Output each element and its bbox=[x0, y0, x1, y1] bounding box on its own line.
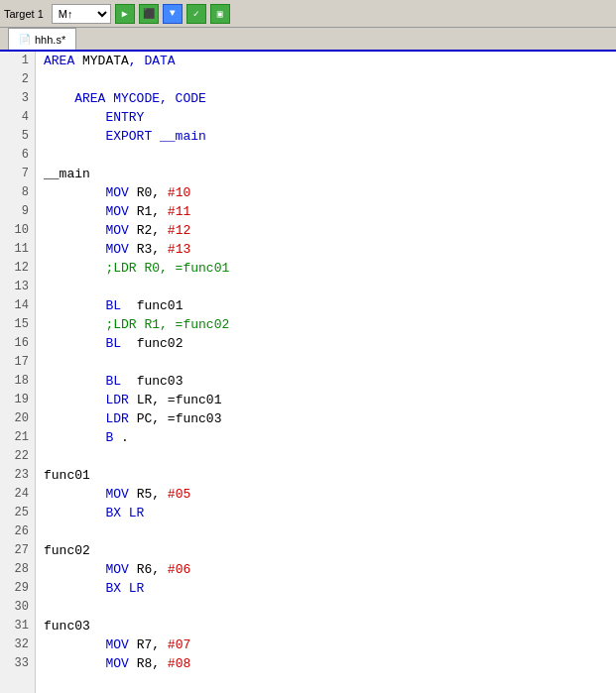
line-number: 6 bbox=[6, 146, 29, 165]
code-line: func03 bbox=[44, 617, 608, 635]
code-line: MOV R5, #05 bbox=[44, 485, 608, 504]
code-line: func02 bbox=[44, 541, 608, 560]
line-number: 2 bbox=[6, 70, 29, 89]
line-number: 10 bbox=[6, 221, 29, 240]
line-number: 33 bbox=[6, 654, 29, 673]
tab-bar: 📄 hhh.s* bbox=[0, 28, 616, 52]
line-number: 27 bbox=[6, 541, 29, 560]
file-tab-icon: 📄 bbox=[19, 34, 31, 45]
code-line: AREA MYDATA, DATA bbox=[44, 52, 608, 70]
line-number: 32 bbox=[6, 635, 29, 654]
line-number: 3 bbox=[6, 89, 29, 108]
line-number: 1 bbox=[6, 52, 29, 70]
code-line: MOV R7, #07 bbox=[44, 635, 608, 654]
code-line: ENTRY bbox=[44, 108, 608, 127]
file-tab[interactable]: 📄 hhh.s* bbox=[8, 28, 76, 50]
line-number: 18 bbox=[6, 372, 29, 391]
line-number: 16 bbox=[6, 334, 29, 353]
code-line: MOV R0, #10 bbox=[44, 183, 608, 202]
line-number: 31 bbox=[6, 617, 29, 635]
code-line: BL func03 bbox=[44, 372, 608, 391]
line-number: 14 bbox=[6, 296, 29, 315]
code-line bbox=[44, 146, 608, 165]
code-line: MOV R1, #11 bbox=[44, 202, 608, 221]
code-line bbox=[44, 447, 608, 466]
line-number: 21 bbox=[6, 428, 29, 447]
toolbar: Target 1 M↑ ▶ ⬛ ▼ ✓ ▣ bbox=[0, 0, 616, 28]
target-label: Target 1 bbox=[4, 8, 44, 20]
toolbar-btn-2[interactable]: ⬛ bbox=[139, 4, 159, 24]
line-number: 5 bbox=[6, 127, 29, 146]
code-line: BL func02 bbox=[44, 334, 608, 353]
toolbar-btn-3[interactable]: ▼ bbox=[163, 4, 183, 24]
line-number: 26 bbox=[6, 522, 29, 541]
code-line: LDR PC, =func03 bbox=[44, 409, 608, 428]
line-number: 23 bbox=[6, 466, 29, 485]
code-line: LDR LR, =func01 bbox=[44, 391, 608, 409]
code-line: ;LDR R1, =func02 bbox=[44, 315, 608, 334]
code-line bbox=[44, 70, 608, 89]
line-number: 22 bbox=[6, 447, 29, 466]
line-number: 7 bbox=[6, 165, 29, 183]
code-line: __main bbox=[44, 165, 608, 183]
line-number: 30 bbox=[6, 598, 29, 617]
code-line: EXPORT __main bbox=[44, 127, 608, 146]
line-number: 20 bbox=[6, 409, 29, 428]
line-number: 15 bbox=[6, 315, 29, 334]
code-line bbox=[44, 278, 608, 296]
code-line: B . bbox=[44, 428, 608, 447]
code-line: MOV R3, #13 bbox=[44, 240, 608, 259]
toolbar-dropdown[interactable]: M↑ bbox=[52, 4, 111, 24]
code-line: MOV R2, #12 bbox=[44, 221, 608, 240]
code-line bbox=[44, 353, 608, 372]
code-line: MOV R8, #08 bbox=[44, 654, 608, 673]
line-number: 11 bbox=[6, 240, 29, 259]
line-number: 9 bbox=[6, 202, 29, 221]
line-number: 28 bbox=[6, 560, 29, 579]
line-number: 4 bbox=[6, 108, 29, 127]
code-line bbox=[44, 522, 608, 541]
editor: 1234567891011121314151617181920212223242… bbox=[0, 52, 616, 693]
code-line: ;LDR R0, =func01 bbox=[44, 259, 608, 278]
code-area[interactable]: AREA MYDATA, DATA AREA MYCODE, CODE ENTR… bbox=[36, 52, 616, 693]
code-line: MOV R6, #06 bbox=[44, 560, 608, 579]
line-number: 12 bbox=[6, 259, 29, 278]
line-number: 25 bbox=[6, 504, 29, 522]
line-numbers: 1234567891011121314151617181920212223242… bbox=[0, 52, 36, 693]
code-line: BX LR bbox=[44, 504, 608, 522]
line-number: 19 bbox=[6, 391, 29, 409]
toolbar-btn-1[interactable]: ▶ bbox=[115, 4, 135, 24]
code-line: BX LR bbox=[44, 579, 608, 598]
line-number: 17 bbox=[6, 353, 29, 372]
code-line: BL func01 bbox=[44, 296, 608, 315]
toolbar-btn-4[interactable]: ✓ bbox=[186, 4, 206, 24]
line-number: 24 bbox=[6, 485, 29, 504]
line-number: 8 bbox=[6, 183, 29, 202]
code-line bbox=[44, 598, 608, 617]
code-line: func01 bbox=[44, 466, 608, 485]
code-line: AREA MYCODE, CODE bbox=[44, 89, 608, 108]
file-tab-label: hhh.s* bbox=[35, 34, 65, 46]
line-number: 29 bbox=[6, 579, 29, 598]
line-number: 13 bbox=[6, 278, 29, 296]
toolbar-btn-5[interactable]: ▣ bbox=[210, 4, 230, 24]
